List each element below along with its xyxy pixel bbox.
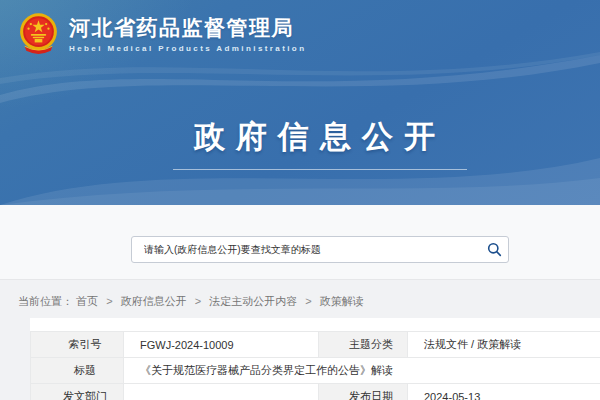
search-icon	[487, 242, 502, 257]
breadcrumb-section: 当前位置： 首页 > 政府信息公开 > 法定主动公开内容 > 政策解读	[0, 279, 600, 318]
table-row: 标题 《关于规范医疗器械产品分类界定工作的公告》解读	[31, 358, 600, 384]
agency-name-en: Hebei Medical Products Administration	[69, 44, 306, 53]
index-number-value: FGWJ-2024-10009	[124, 332, 319, 358]
publish-date-label: 发布日期	[319, 384, 408, 400]
document-meta-table: 索引号 FGWJ-2024-10009 主题分类 法规文件 / 政策解读 标题 …	[30, 331, 600, 400]
breadcrumb: 当前位置： 首页 > 政府信息公开 > 法定主动公开内容 > 政策解读	[18, 294, 364, 309]
header-logo-link[interactable]: 河北省药品监督管理局 Hebei Medical Products Admini…	[15, 11, 306, 57]
site-header: 河北省药品监督管理局 Hebei Medical Products Admini…	[0, 0, 600, 205]
search-box	[131, 236, 509, 263]
index-number-label: 索引号	[31, 332, 124, 358]
agency-title-block: 河北省药品监督管理局 Hebei Medical Products Admini…	[69, 11, 306, 53]
page: { "header": { "agency_cn": "河北省药品监督管理局",…	[0, 0, 600, 400]
breadcrumb-prefix: 当前位置：	[18, 295, 73, 307]
breadcrumb-item-home[interactable]: 首页	[76, 295, 98, 307]
search-button[interactable]	[480, 237, 508, 262]
document-meta-card: 索引号 FGWJ-2024-10009 主题分类 法规文件 / 政策解读 标题 …	[30, 318, 600, 400]
page-title: 政府信息公开	[0, 116, 600, 158]
issuing-dept-value	[124, 384, 319, 400]
table-row: 发文部门 发布日期 2024-05-13	[31, 384, 600, 400]
publish-date-value: 2024-05-13	[408, 384, 600, 400]
national-emblem-icon	[15, 11, 62, 57]
breadcrumb-separator: >	[195, 295, 201, 307]
topic-category-label: 主题分类	[319, 332, 408, 358]
breadcrumb-item-gov-info[interactable]: 政府信息公开	[121, 295, 187, 307]
table-row: 索引号 FGWJ-2024-10009 主题分类 法规文件 / 政策解读	[31, 332, 600, 358]
title-label: 标题	[31, 358, 124, 384]
title-value: 《关于规范医疗器械产品分类界定工作的公告》解读	[124, 358, 600, 384]
issuing-dept-label: 发文部门	[31, 384, 124, 400]
breadcrumb-separator: >	[106, 295, 112, 307]
agency-name-cn: 河北省药品监督管理局	[69, 16, 306, 40]
content-section: 索引号 FGWJ-2024-10009 主题分类 法规文件 / 政策解读 标题 …	[0, 318, 600, 400]
banner-divider	[173, 169, 467, 170]
breadcrumb-separator: >	[305, 295, 311, 307]
search-section	[0, 205, 600, 279]
search-input[interactable]	[132, 237, 480, 262]
breadcrumb-item-current: 政策解读	[320, 295, 364, 307]
topic-category-value: 法规文件 / 政策解读	[408, 332, 600, 358]
breadcrumb-item-disclosure[interactable]: 法定主动公开内容	[209, 295, 297, 307]
